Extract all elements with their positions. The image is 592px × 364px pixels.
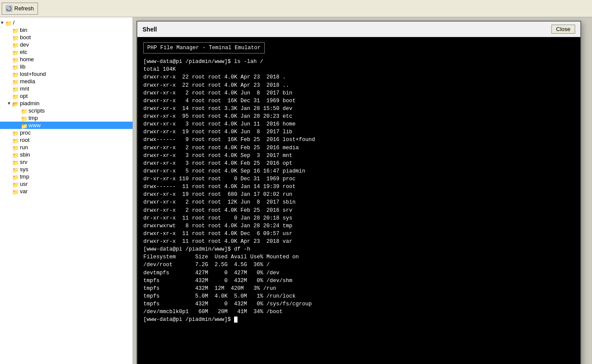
tree-item-bin[interactable]: 📁 bin [0,26,133,34]
tree-label-mnt: mnt [20,85,29,92]
modal-overlay: Shell Close PHP File Manager - Teminal E… [133,17,592,364]
tree-item-lostfound[interactable]: 📁 lost+found [0,70,133,78]
tree-label-tmp-piadmin: tmp [28,115,38,121]
terminal[interactable]: PHP File Manager - Teminal Emulator [www… [137,37,580,364]
tree-item-var[interactable]: 📁 var [0,188,133,195]
tree-label-boot: boot [20,34,31,41]
tree-item-dev[interactable]: 📁 dev [0,41,133,48]
tree-item-sys[interactable]: 📁 sys [0,166,133,173]
tree-label-home: home [20,56,34,63]
shell-modal-title: Shell [142,26,157,33]
folder-icon-opt: 📁 [12,94,19,99]
tree-item-srv[interactable]: 📁 srv [0,158,133,166]
tree-item-mnt[interactable]: 📁 mnt [0,85,133,92]
folder-icon-www: 📁 [21,123,28,128]
tree-item-boot[interactable]: 📁 boot [0,34,133,41]
folder-icon-srv: 📁 [12,160,19,165]
tree-item-tmp-piadmin[interactable]: 📁 tmp [0,114,133,122]
folder-icon-dev: 📁 [12,42,19,47]
tree-label-media: media [20,78,35,85]
folder-icon-media: 📁 [12,79,19,84]
tree-label-scripts: scripts [28,107,45,114]
folder-icon-etc: 📁 [12,50,19,55]
shell-modal-header: Shell Close [137,22,580,37]
folder-icon-piadmin: 📂 [12,101,19,106]
refresh-button[interactable]: Refresh [2,3,38,15]
tree-label-run: run [20,144,28,151]
folder-icon-home: 📁 [12,57,19,62]
folder-icon-bin: 📁 [12,28,19,33]
tree-root-label: / [13,19,15,26]
folder-icon-lib: 📁 [12,64,19,69]
tree-item-opt[interactable]: 📁 opt [0,92,133,100]
expand-arrow-root: ▼ [0,20,5,25]
folder-icon-run: 📁 [12,145,19,150]
folder-icon-var: 📁 [12,189,19,194]
tree-label-sys: sys [20,166,28,173]
folder-icon-sys: 📁 [12,167,19,172]
toolbar: Refresh [0,0,592,17]
folder-icon-tmp-piadmin: 📁 [21,116,28,121]
tree-label-proc: proc [20,129,31,136]
terminal-cursor [234,317,237,323]
refresh-icon [6,5,13,12]
tree-item-tmp[interactable]: 📁 tmp [0,173,133,180]
folder-icon-scripts: 📁 [21,108,28,113]
folder-icon-sbin: 📁 [12,152,19,157]
folder-icon-lostfound: 📁 [12,72,19,77]
terminal-title: PHP File Manager - Teminal Emulator [147,45,261,51]
content-area: Shell Close PHP File Manager - Teminal E… [133,17,592,364]
tree-item-sbin[interactable]: 📁 sbin [0,151,133,158]
tree-label-root: root [20,137,29,143]
tree-label-usr: usr [20,181,28,187]
tree-item-root[interactable]: 📁 root [0,136,133,144]
tree-item-piadmin[interactable]: ▼ 📂 piadmin [0,100,133,107]
tree-label-var: var [20,188,28,195]
tree-label-piadmin: piadmin [20,100,40,107]
tree-label-opt: opt [20,93,28,99]
file-tree-sidebar: ▼ 📁 / 📁 bin 📁 boot 📁 dev 📁 etc 📁 [0,17,133,364]
folder-icon-proc: 📁 [12,130,19,135]
tree-item-home[interactable]: 📁 home [0,56,133,63]
tree-label-etc: etc [20,49,27,55]
shell-close-button[interactable]: Close [551,25,575,34]
tree-label-tmp: tmp [20,173,29,180]
tree-label-www: www [28,122,41,129]
main-layout: ▼ 📁 / 📁 bin 📁 boot 📁 dev 📁 etc 📁 [0,17,592,364]
terminal-title-box: PHP File Manager - Teminal Emulator [143,42,265,53]
tree-label-dev: dev [20,41,29,48]
tree-label-lib: lib [20,63,25,70]
folder-icon-mnt: 📁 [12,86,19,91]
refresh-label: Refresh [14,5,34,12]
tree-item-usr[interactable]: 📁 usr [0,180,133,188]
tree-item-media[interactable]: 📁 media [0,78,133,85]
tree-root[interactable]: ▼ 📁 / [0,19,133,26]
tree-item-www[interactable]: 📁 www [0,122,133,129]
folder-icon-tmp: 📁 [12,174,19,179]
tree-item-lib[interactable]: 📁 lib [0,63,133,70]
tree-item-proc[interactable]: 📁 proc [0,129,133,136]
tree-label-lostfound: lost+found [20,71,46,77]
tree-label-bin: bin [20,27,27,33]
tree-label-srv: srv [20,159,27,165]
terminal-output: [www-data@pi /piadmin/www]$ ls -lah / to… [143,58,574,323]
tree-item-scripts[interactable]: 📁 scripts [0,107,133,114]
shell-modal: Shell Close PHP File Manager - Teminal E… [136,21,581,364]
folder-icon-usr: 📁 [12,182,19,187]
tree-item-run[interactable]: 📁 run [0,144,133,151]
folder-icon-boot: 📁 [12,35,19,40]
folder-open-icon: 📁 [5,20,12,25]
tree-label-sbin: sbin [20,151,30,158]
tree-item-etc[interactable]: 📁 etc [0,48,133,56]
folder-icon-root: 📁 [12,138,19,143]
